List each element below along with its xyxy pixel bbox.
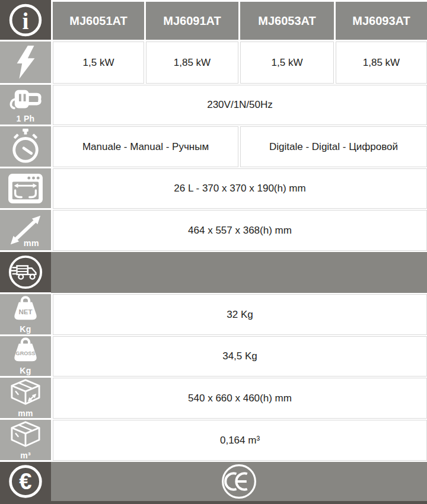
product-spec-table: i MJ6051AT MJ6091AT MJ6053AT MJ6093AT 1,… [0, 0, 427, 504]
model-header: MJ6093AT [336, 2, 427, 40]
timer-icon-cell [0, 126, 51, 167]
stopwatch-icon [9, 129, 42, 164]
svg-text:i: i [23, 8, 29, 34]
box-volume-icon [8, 421, 43, 451]
price-icon-cell: € [0, 462, 51, 501]
net-weight-icon-cell: NET Kg [0, 294, 51, 334]
svg-text:mm: mm [24, 238, 39, 248]
model-header: MJ6051AT [53, 2, 144, 40]
truck-icon [7, 254, 44, 291]
plug-icon [7, 87, 44, 114]
ce-mark-icon [221, 463, 257, 500]
packing-dimensions-value: 540 x 660 x 460(h) mm [53, 378, 427, 419]
gross-weight-icon: GROSS [9, 337, 42, 366]
control-manual-value: Manuale - Manual - Ручным [53, 126, 238, 167]
chamber-value: 26 L - 370 x 370 x 190(h) mm [53, 168, 427, 209]
net-weight-value: 32 Kg [53, 294, 427, 335]
svg-text:€: € [19, 468, 31, 494]
euro-icon: € [8, 464, 43, 499]
net-weight-icon: NET [9, 296, 42, 324]
info-icon: i [8, 3, 43, 37]
packing-volume-value: 0,164 m³ [53, 420, 427, 461]
external-dimensions-value: 464 x 557 x 368(h) mm [53, 210, 427, 251]
control-digital-value: Digitale - Digital - Цифровой [240, 126, 427, 167]
phase-icon-cell: 1 Ph [0, 85, 51, 125]
net-weight-icon-label: Kg [20, 325, 31, 333]
power-value: 1,5 kW [240, 42, 334, 84]
shipping-icon-cell [0, 252, 51, 292]
svg-text:GROSS: GROSS [16, 350, 36, 356]
power-icon-cell [0, 42, 51, 83]
lightning-bolt-icon [14, 46, 37, 79]
diagonal-arrow-icon: mm [7, 212, 44, 248]
model-header: MJ6091AT [146, 2, 238, 40]
power-value: 1,85 kW [336, 42, 427, 84]
model-header: MJ6053AT [240, 2, 334, 40]
svg-text:NET: NET [18, 308, 32, 315]
bottom-strip [0, 501, 427, 504]
power-value: 1,85 kW [146, 42, 238, 84]
oven-chamber-icon [7, 173, 44, 205]
dimensions-icon-cell: mm [0, 210, 51, 250]
box-dimensions-icon [8, 379, 43, 409]
gross-weight-icon-label: Kg [20, 366, 31, 375]
gross-weight-value: 34,5 Kg [53, 336, 427, 377]
voltage-value: 230V/1N/50Hz [53, 85, 427, 125]
certification-band [51, 462, 427, 501]
phase-icon-label: 1 Ph [17, 114, 35, 123]
packing-dimensions-icon-label: mm [18, 409, 33, 417]
packing-dimensions-icon-cell: mm [0, 378, 51, 418]
packing-volume-icon-label: m³ [20, 451, 31, 460]
chamber-icon-cell [0, 168, 51, 208]
gross-weight-icon-cell: GROSS Kg [0, 336, 51, 376]
shipping-band [51, 252, 427, 293]
packing-volume-icon-cell: m³ [0, 420, 51, 460]
power-value: 1,5 kW [53, 42, 144, 84]
info-icon-cell: i [0, 0, 51, 40]
